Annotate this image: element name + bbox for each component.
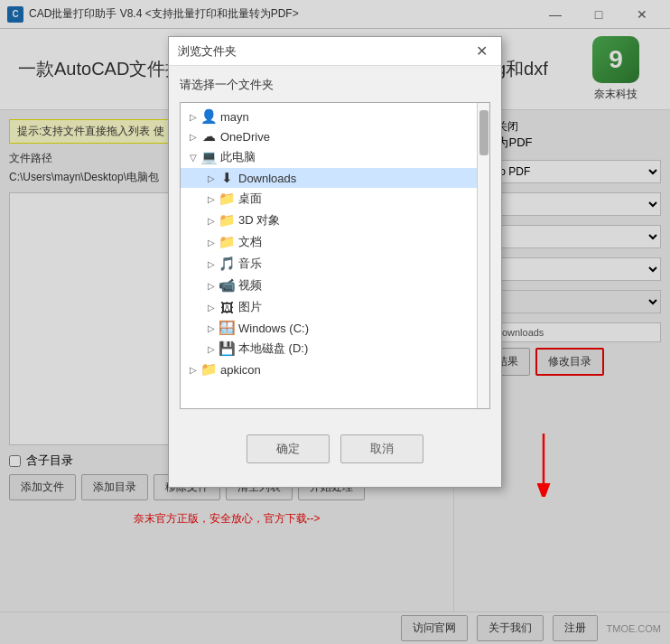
tree-item-label: 本地磁盘 (D:)	[238, 341, 308, 357]
tree-expand-icon[interactable]: ▷	[204, 171, 219, 185]
tree-container[interactable]: ▷👤mayn▷☁OneDrive▽💻此电脑▷⬇Downloads▷📁桌面▷📁3D…	[180, 102, 490, 409]
tree-expand-icon[interactable]: ▷	[204, 300, 219, 314]
tree-item-label: 桌面	[238, 191, 262, 207]
tree-folder-icon: 💻	[200, 150, 217, 164]
tree-item[interactable]: ▷📁3D 对象	[181, 210, 489, 231]
tree-item-label: apkicon	[220, 363, 261, 377]
tree-folder-icon: 🪟	[219, 321, 235, 335]
tree-folder-icon: ☁	[200, 129, 217, 144]
tree-item[interactable]: ▷⬇Downloads	[181, 168, 489, 188]
tree-folder-icon: ⬇	[219, 171, 235, 185]
tree-item-label: 视频	[238, 277, 262, 294]
main-window: C CAD批量打印助手 V8.4 <支持批量打印和批量转为PDF> — □ ✕ …	[0, 0, 670, 644]
arrow-annotation	[516, 425, 571, 499]
browse-folder-dialog: 浏览文件夹 ✕ 请选择一个文件夹 ▷👤mayn▷☁OneDrive▽💻此电脑▷⬇…	[168, 36, 502, 488]
scrollbar-thumb[interactable]	[479, 110, 489, 155]
tree-folder-icon: 💾	[219, 341, 235, 356]
tree-item-label: Windows (C:)	[238, 322, 309, 335]
tree-folder-icon: 📁	[219, 191, 235, 206]
tree-folder-icon: 📁	[219, 235, 235, 249]
tree-folder-icon: 🖼	[219, 300, 235, 314]
dialog-body: 请选择一个文件夹 ▷👤mayn▷☁OneDrive▽💻此电脑▷⬇Download…	[169, 66, 501, 420]
tree-expand-icon[interactable]: ▽	[186, 150, 200, 164]
tree-expand-icon[interactable]: ▷	[204, 257, 219, 271]
tree-item[interactable]: ▽💻此电脑	[181, 146, 489, 168]
tree-expand-icon[interactable]: ▷	[204, 341, 219, 356]
tree-item-label: 此电脑	[220, 149, 256, 165]
tree-item[interactable]: ▷🖼图片	[181, 296, 489, 318]
tree-expand-icon[interactable]: ▷	[204, 278, 219, 293]
tree-item[interactable]: ▷👤mayn	[181, 107, 489, 126]
tree-expand-icon[interactable]: ▷	[186, 109, 200, 124]
tree-item-label: mayn	[220, 110, 249, 124]
tree-item-label: 音乐	[238, 256, 262, 272]
tree-item-label: 图片	[238, 299, 262, 315]
tree-item[interactable]: ▷🪟Windows (C:)	[181, 318, 489, 338]
dialog-title-bar: 浏览文件夹 ✕	[169, 37, 501, 66]
tree-item[interactable]: ▷💾本地磁盘 (D:)	[181, 338, 489, 359]
tree-item-label: Downloads	[238, 172, 296, 185]
tree-expand-icon[interactable]: ▷	[204, 213, 219, 228]
tree-folder-icon: 👤	[200, 109, 217, 124]
dialog-cancel-button[interactable]: 取消	[340, 434, 423, 463]
tree-expand-icon[interactable]: ▷	[204, 191, 219, 206]
tree-item[interactable]: ▷📁文档	[181, 231, 489, 253]
tree-expand-icon[interactable]: ▷	[186, 129, 200, 144]
dialog-footer: 确定 取消	[169, 424, 501, 474]
tree-item-label: 文档	[238, 234, 262, 250]
tree-folder-icon: 📁	[219, 213, 235, 228]
tree-item-label: OneDrive	[220, 130, 270, 144]
tree-folder-icon: 📹	[219, 278, 235, 293]
dialog-title: 浏览文件夹	[178, 43, 237, 60]
dialog-ok-button[interactable]: 确定	[247, 434, 330, 463]
tree-item[interactable]: ▷📁桌面	[181, 188, 489, 210]
dialog-instruction: 请选择一个文件夹	[180, 77, 490, 93]
tree-item[interactable]: ▷☁OneDrive	[181, 126, 489, 146]
tree-item[interactable]: ▷🎵音乐	[181, 253, 489, 275]
tree-expand-icon[interactable]: ▷	[186, 362, 200, 377]
tree-item[interactable]: ▷📁apkicon	[181, 359, 489, 379]
tree-expand-icon[interactable]: ▷	[204, 321, 219, 335]
tree-folder-icon: 📁	[200, 362, 217, 377]
tree-folder-icon: 🎵	[219, 257, 235, 271]
dialog-overlay: 浏览文件夹 ✕ 请选择一个文件夹 ▷👤mayn▷☁OneDrive▽💻此电脑▷⬇…	[0, 0, 670, 644]
tree-item[interactable]: ▷📹视频	[181, 275, 489, 296]
tree-expand-icon[interactable]: ▷	[204, 235, 219, 249]
tree-item-label: 3D 对象	[238, 212, 280, 229]
dialog-close-button[interactable]: ✕	[470, 41, 492, 62]
scrollbar[interactable]	[477, 103, 489, 408]
